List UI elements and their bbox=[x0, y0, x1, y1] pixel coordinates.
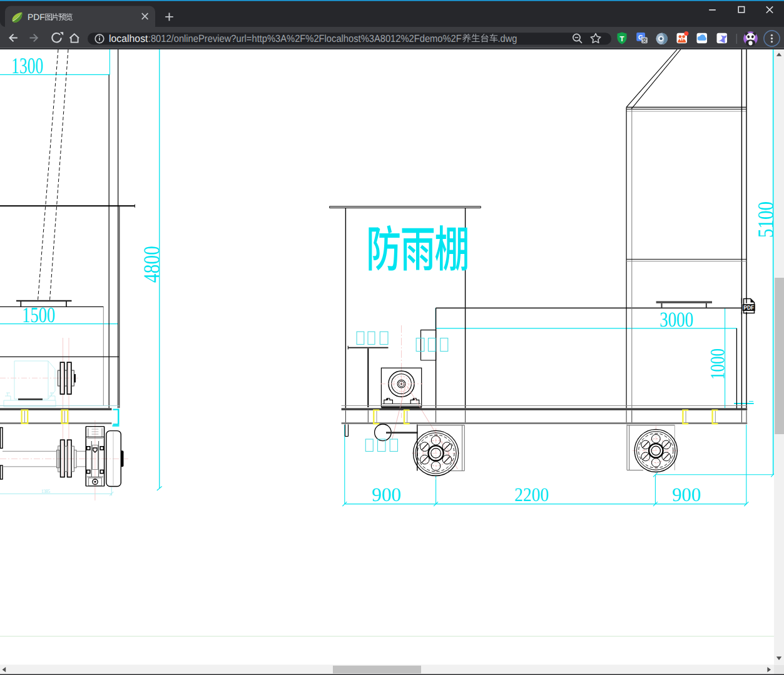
svg-text:900: 900 bbox=[372, 484, 401, 505]
svg-text:PDF: PDF bbox=[743, 305, 754, 312]
svg-text:4800: 4800 bbox=[139, 246, 164, 283]
svg-text:1300: 1300 bbox=[11, 53, 43, 78]
svg-text:1000: 1000 bbox=[706, 348, 728, 380]
svg-text:PDF: PDF bbox=[28, 13, 45, 22]
svg-text:3000: 3000 bbox=[659, 308, 693, 332]
svg-text:5100: 5100 bbox=[753, 201, 778, 238]
svg-text:.dwg: .dwg bbox=[498, 33, 517, 44]
svg-text:1385: 1385 bbox=[41, 488, 50, 494]
svg-text:1500: 1500 bbox=[22, 303, 55, 327]
svg-text::8012/onlinePreview?url=http%3: :8012/onlinePreview?url=http%3A%2F%2Floc… bbox=[148, 33, 462, 44]
svg-text:T: T bbox=[619, 36, 624, 43]
svg-text:900: 900 bbox=[672, 484, 701, 505]
svg-text:localhost: localhost bbox=[109, 33, 148, 44]
svg-text:2200: 2200 bbox=[514, 484, 549, 505]
